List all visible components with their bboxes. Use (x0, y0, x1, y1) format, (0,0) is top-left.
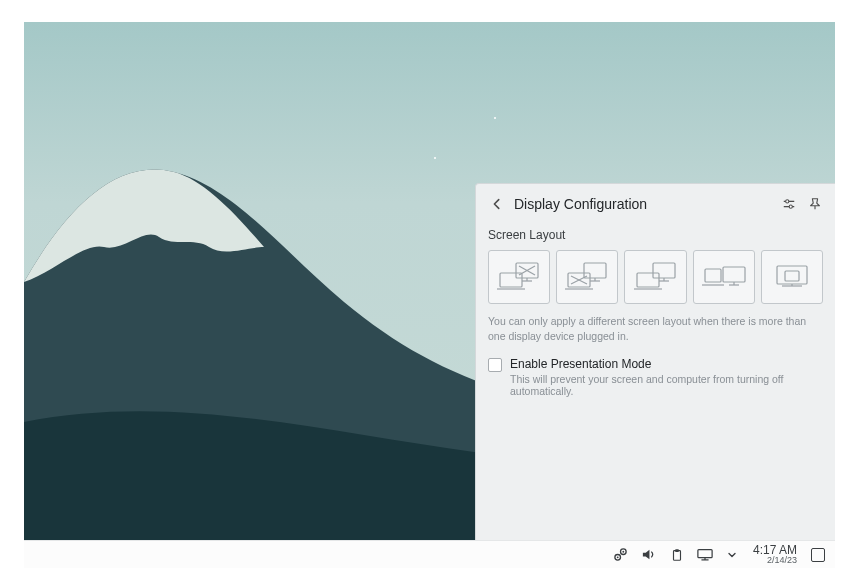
layout-extend-left-icon (699, 259, 749, 295)
updates-icon (613, 547, 628, 562)
svg-rect-11 (584, 263, 606, 278)
layout-option-extend-right[interactable] (624, 250, 686, 304)
layout-extend-right-icon (631, 259, 681, 295)
presentation-mode-label[interactable]: Enable Presentation Mode (510, 357, 823, 371)
volume-icon (641, 547, 656, 562)
layout-hint-text: You can only apply a different screen la… (488, 314, 823, 343)
clipboard-icon (670, 548, 684, 562)
tray-updates-button[interactable] (613, 547, 629, 563)
svg-rect-36 (673, 550, 680, 560)
tray-expand-button[interactable] (725, 548, 739, 562)
presentation-mode-checkbox[interactable] (488, 358, 502, 372)
screen-layout-heading: Screen Layout (488, 228, 823, 242)
taskbar-clock[interactable]: 4:17 AM 2/14/23 (753, 544, 797, 565)
svg-rect-37 (675, 549, 679, 552)
svg-rect-38 (698, 549, 712, 557)
chevron-down-icon (726, 549, 738, 561)
clock-date: 2/14/23 (767, 556, 797, 565)
layout-option-extend-left[interactable] (693, 250, 755, 304)
sliders-icon (782, 197, 796, 211)
layout-mirror-icon (767, 259, 817, 295)
tray-volume-button[interactable] (641, 547, 657, 563)
svg-point-1 (786, 200, 789, 203)
display-icon (697, 548, 713, 562)
svg-rect-21 (637, 273, 659, 287)
show-desktop-button[interactable] (811, 548, 825, 562)
svg-rect-23 (705, 269, 721, 282)
layout-option-secondary-only[interactable] (556, 250, 618, 304)
taskbar: 4:17 AM 2/14/23 (24, 540, 835, 568)
screen-layout-options (488, 250, 823, 304)
layout-option-mirror[interactable] (761, 250, 823, 304)
svg-point-3 (789, 205, 792, 208)
system-tray (613, 547, 739, 563)
svg-rect-29 (785, 271, 799, 281)
svg-point-34 (617, 556, 619, 558)
layout-option-primary-only[interactable] (488, 250, 550, 304)
svg-rect-9 (500, 273, 522, 287)
presentation-mode-description: This will prevent your screen and comput… (510, 373, 823, 397)
svg-rect-18 (653, 263, 675, 278)
desktop: Display Configuration Screen Lay (0, 0, 857, 583)
svg-rect-25 (723, 267, 745, 282)
layout-secondary-only-icon (562, 259, 612, 295)
chevron-left-icon (490, 197, 504, 211)
layout-primary-only-icon (494, 259, 544, 295)
tray-display-button[interactable] (697, 547, 713, 563)
display-configuration-popup: Display Configuration Screen Lay (475, 183, 835, 540)
pin-button[interactable] (805, 194, 825, 214)
back-button[interactable] (486, 193, 508, 215)
pin-icon (808, 197, 822, 211)
wallpaper: Display Configuration Screen Lay (24, 22, 835, 540)
tray-clipboard-button[interactable] (669, 547, 685, 563)
configure-button[interactable] (779, 194, 799, 214)
svg-point-35 (623, 551, 625, 553)
popup-title: Display Configuration (514, 196, 773, 212)
